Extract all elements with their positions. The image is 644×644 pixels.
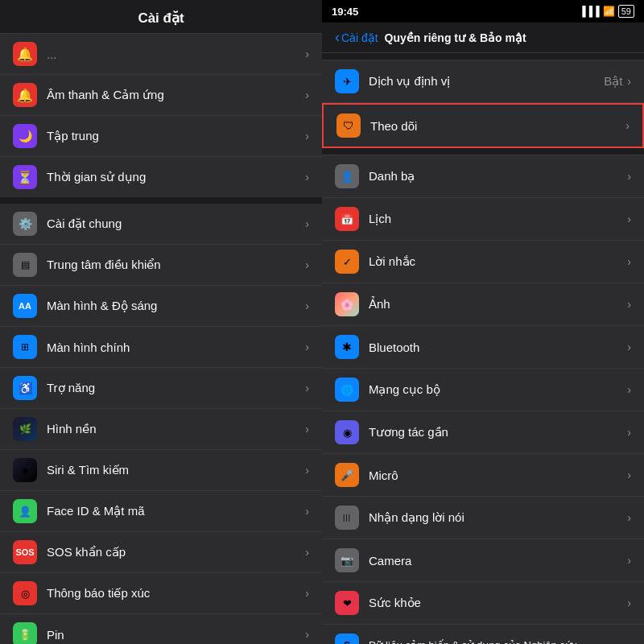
right-item-tuong-tac[interactable]: ◉ Tương tác gần ›: [322, 411, 644, 454]
face-id-chevron: ›: [305, 505, 309, 518]
status-icons: ▐▐▐ 📶 59: [579, 5, 634, 18]
suc-khoe-icon: ❤: [335, 591, 359, 615]
settings-group-bottom: ⚙️ Cài đặt chung › ▤ Trung tâm điều khiể…: [0, 204, 322, 644]
signal-icon: ▐▐▐: [579, 6, 600, 17]
danh-ba-label: Danh bạ: [369, 169, 627, 184]
back-button[interactable]: ‹ Cài đặt: [335, 29, 378, 46]
wifi-icon: 📶: [603, 6, 615, 17]
right-item-loi-nhac[interactable]: ✓ Lời nhắc ›: [322, 241, 644, 283]
theo-doi-label: Theo dõi: [370, 119, 625, 133]
truncated-chevron: ›: [305, 47, 309, 60]
right-item-mang-cuc-bo[interactable]: 🌐 Mạng cục bộ ›: [322, 369, 644, 411]
right-item-micro[interactable]: 🎤 Micrô ›: [322, 454, 644, 497]
man-hinh-chevron: ›: [305, 299, 309, 312]
right-nav: ‹ Cài đặt Quyền riêng tư & Bảo mật: [322, 23, 644, 53]
tro-nang-icon: ♿: [13, 376, 37, 400]
bluetooth-label: Bluetooth: [369, 341, 627, 354]
hinh-nen-icon: 🌿: [13, 417, 37, 441]
danh-ba-icon: 👤: [335, 164, 359, 188]
mang-cuc-bo-label: Mạng cục bộ: [369, 382, 627, 397]
tuong-tac-label: Tương tác gần: [369, 425, 627, 440]
settings-item-tap-trung[interactable]: 🌙 Tập trung ›: [0, 116, 322, 157]
settings-item-cai-dat-chung[interactable]: ⚙️ Cài đặt chung ›: [0, 204, 322, 245]
settings-item-thoi-gian[interactable]: ⏳ Thời gian sử dụng ›: [0, 157, 322, 197]
tro-nang-label: Trợ năng: [47, 381, 305, 395]
suc-khoe-label: Sức khỏe: [369, 596, 627, 610]
battery-icon: 59: [618, 5, 634, 18]
anh-icon: 🌸: [335, 292, 359, 316]
right-sep-top: [322, 53, 644, 60]
right-item-dich-vu[interactable]: ✈ Dịch vụ định vị Bật ›: [322, 60, 644, 103]
du-lieu-chevron: ›: [627, 639, 631, 644]
suc-khoe-chevron: ›: [627, 597, 631, 609]
micro-icon: 🎤: [335, 463, 359, 487]
truncated-item[interactable]: 🔔 ... ›: [0, 34, 322, 75]
du-lieu-icon: S: [335, 634, 359, 644]
loi-nhac-icon: ✓: [335, 250, 359, 274]
settings-item-hinh-nen[interactable]: 🌿 Hình nền ›: [0, 409, 322, 450]
thoi-gian-icon: ⏳: [13, 165, 37, 189]
cai-dat-chung-icon: ⚙️: [13, 212, 37, 236]
dich-vu-label: Dịch vụ định vị: [369, 74, 604, 89]
tap-trung-chevron: ›: [305, 130, 309, 142]
tuong-tac-chevron: ›: [627, 426, 631, 439]
tuong-tac-icon: ◉: [335, 420, 359, 444]
face-id-label: Face ID & Mật mã: [47, 504, 305, 518]
micro-label: Micrô: [369, 469, 627, 482]
settings-item-am-thanh[interactable]: 🔔 Âm thanh & Cảm ứng ›: [0, 75, 322, 116]
truncated-icon: 🔔: [13, 42, 37, 66]
anh-label: Ảnh: [369, 297, 627, 312]
anh-chevron: ›: [627, 298, 631, 311]
camera-icon: 📷: [335, 548, 359, 572]
settings-item-pin[interactable]: 🔋 Pin ›: [0, 614, 322, 644]
right-item-du-lieu[interactable]: S Dữ liệu cảm biến & sử dụng của Nghiên …: [322, 625, 644, 644]
theo-doi-chevron: ›: [625, 119, 630, 132]
right-item-anh[interactable]: 🌸 Ảnh ›: [322, 283, 644, 326]
settings-item-trung-tam[interactable]: ▤ Trung tâm điều khiển ›: [0, 245, 322, 286]
man-hinh-chinh-label: Màn hình chính: [47, 341, 305, 354]
right-item-camera[interactable]: 📷 Camera ›: [322, 539, 644, 582]
left-header: Cài đặt: [0, 0, 322, 34]
thoi-gian-label: Thời gian sử dụng: [47, 170, 305, 184]
man-hinh-chinh-icon: ⊞: [13, 335, 37, 359]
tap-trung-icon: 🌙: [13, 124, 37, 148]
dich-vu-chevron: ›: [627, 75, 631, 88]
thong-bao-label: Thông báo tiếp xúc: [47, 586, 305, 601]
settings-item-siri[interactable]: ◉ Siri & Tìm kiếm ›: [0, 450, 322, 491]
am-thanh-chevron: ›: [305, 89, 309, 101]
nhan-dang-label: Nhận dạng lời nói: [369, 510, 627, 525]
man-hinh-chinh-chevron: ›: [305, 341, 309, 353]
trung-tam-label: Trung tâm điều khiển: [47, 258, 305, 272]
sos-icon: SOS: [13, 540, 37, 564]
settings-item-man-hinh-do-sang[interactable]: AA Màn hình & Độ sáng ›: [0, 286, 322, 327]
status-bar: 19:45 ▐▐▐ 📶 59: [322, 0, 644, 23]
settings-group-top: 🔔 ... › 🔔 Âm thanh & Cảm ứng › 🌙 Tập tru…: [0, 34, 322, 197]
cai-dat-chung-chevron: ›: [305, 217, 309, 230]
settings-item-tro-nang[interactable]: ♿ Trợ năng ›: [0, 368, 322, 409]
settings-item-man-hinh-chinh[interactable]: ⊞ Màn hình chính ›: [0, 327, 322, 368]
dich-vu-value: Bật: [604, 74, 622, 89]
micro-chevron: ›: [627, 469, 631, 481]
right-item-suc-khoe[interactable]: ❤ Sức khỏe ›: [322, 582, 644, 625]
hinh-nen-chevron: ›: [305, 423, 309, 436]
hinh-nen-label: Hình nền: [47, 422, 305, 436]
nhan-dang-chevron: ›: [627, 511, 631, 524]
mang-cuc-bo-chevron: ›: [627, 383, 631, 396]
bluetooth-icon: ✱: [335, 335, 359, 359]
right-item-danh-ba[interactable]: 👤 Danh bạ ›: [322, 155, 644, 198]
mang-cuc-bo-icon: 🌐: [335, 378, 359, 402]
back-chevron-icon: ‹: [335, 29, 340, 46]
right-item-bluetooth[interactable]: ✱ Bluetooth ›: [322, 326, 644, 369]
nhan-dang-icon: |||: [335, 506, 359, 530]
sos-label: SOS khẩn cấp: [47, 545, 305, 559]
right-item-nhan-dang[interactable]: ||| Nhận dạng lời nói ›: [322, 497, 644, 539]
trung-tam-icon: ▤: [13, 253, 37, 277]
du-lieu-label: Dữ liệu cảm biến & sử dụng của Nghiên cứ…: [369, 639, 627, 644]
back-label: Cài đặt: [341, 31, 378, 44]
settings-item-sos[interactable]: SOS SOS khẩn cấp ›: [0, 532, 322, 573]
settings-item-face-id[interactable]: 👤 Face ID & Mật mã ›: [0, 491, 322, 532]
dich-vu-icon: ✈: [335, 69, 359, 93]
right-item-theo-doi[interactable]: 🛡 Theo dõi ›: [322, 103, 644, 148]
right-item-lich[interactable]: 📅 Lịch ›: [322, 198, 644, 241]
settings-item-thong-bao[interactable]: ◎ Thông báo tiếp xúc ›: [0, 573, 322, 614]
